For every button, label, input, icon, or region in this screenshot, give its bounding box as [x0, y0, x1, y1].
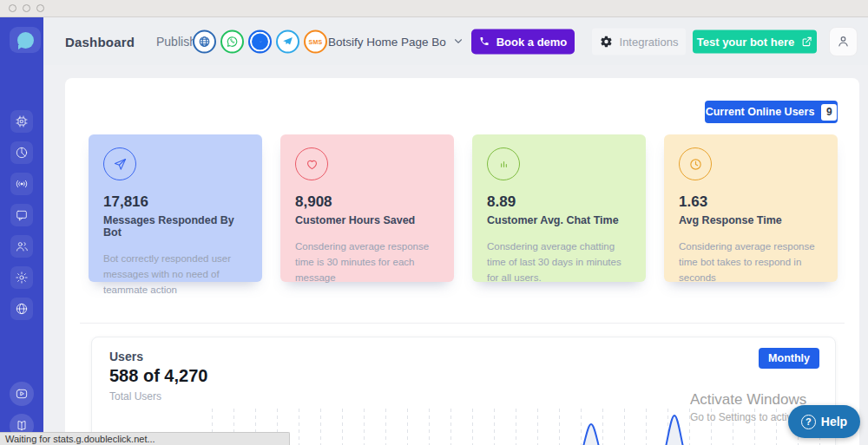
web-channel-icon[interactable] — [193, 29, 216, 53]
phone-icon — [479, 36, 490, 47]
sidebar-item-website[interactable] — [10, 298, 33, 320]
help-button[interactable]: ? Help — [788, 405, 860, 438]
chevron-down-icon — [452, 36, 464, 48]
stat-label: Messages Responded By Bot — [103, 214, 247, 239]
sidebar-item-analytics[interactable] — [10, 141, 33, 164]
broadcast-icon — [15, 177, 29, 191]
gear-icon — [15, 271, 29, 285]
sidebar-item-video-tutorials[interactable] — [10, 382, 34, 406]
docs-book-icon — [15, 419, 29, 433]
video-play-icon — [15, 387, 29, 401]
page-title: Dashboard — [65, 34, 135, 49]
window-title-bar — [0, 0, 868, 17]
window-minimize-button[interactable] — [23, 4, 30, 12]
users-subtitle: Total Users — [109, 390, 161, 402]
stat-description: Bot correctly responded user messages wi… — [103, 252, 247, 298]
online-users-count-badge: 9 — [821, 104, 837, 121]
gear-icon — [600, 35, 613, 48]
whatsapp-channel-icon[interactable] — [220, 29, 244, 53]
sidebar-item-livechat[interactable] — [10, 204, 33, 226]
users-count: 588 of 4,270 — [109, 366, 207, 386]
stat-card-avg-response-time: 1.63 Avg Response Time Considering avera… — [664, 134, 838, 282]
top-header: Dashboard Publish SMS Botsify Home Page … — [43, 17, 868, 65]
stat-value: 8.89 — [487, 193, 631, 211]
status-text: Waiting for stats.g.doubleclick.net... — [5, 434, 155, 444]
botsify-logo[interactable] — [10, 27, 41, 53]
stat-value: 1.63 — [679, 193, 823, 211]
stat-description: Consdering average response time is 30 m… — [295, 239, 439, 285]
stat-card-messages-responded: 17,816 Messages Responded By Bot Bot cor… — [89, 134, 262, 282]
stat-label: Customer Hours Saved — [295, 214, 439, 226]
user-account-button[interactable] — [829, 27, 858, 56]
sidebar-item-settings[interactable] — [10, 266, 33, 289]
integrations-button[interactable]: Integrations — [592, 28, 686, 55]
send-icon — [103, 147, 136, 180]
dashboard-panel: Current Online Users 9 17,816 Messages R… — [65, 78, 859, 445]
bot-chip-icon — [15, 115, 29, 128]
sidebar-item-broadcast[interactable] — [10, 173, 33, 195]
person-icon — [836, 34, 851, 49]
users-icon — [15, 239, 29, 253]
main-content: Current Online Users 9 17,816 Messages R… — [43, 65, 868, 445]
publish-label: Publish — [156, 35, 196, 49]
stat-card-hours-saved: 8,908 Customer Hours Saved Consdering av… — [280, 134, 454, 282]
messenger-channel-icon[interactable] — [248, 29, 272, 53]
section-divider — [80, 323, 845, 324]
users-section-title: Users — [109, 350, 143, 363]
bar-chart-icon — [487, 147, 520, 180]
stat-cards-row: 17,816 Messages Responded By Bot Bot cor… — [89, 134, 838, 282]
window-close-button[interactable] — [9, 4, 16, 12]
sidebar-item-chatbot[interactable] — [10, 110, 33, 133]
chat-icon — [15, 208, 29, 222]
publish-channels: SMS — [193, 29, 327, 53]
telegram-channel-icon[interactable] — [276, 29, 299, 53]
stat-description: Considering average response time bot ta… — [679, 239, 823, 285]
clock-icon — [679, 147, 712, 180]
stat-label: Customer Avg. Chat Time — [487, 214, 631, 226]
bot-selector-value: Botsify Home Page Bo — [328, 35, 446, 48]
sidebar-nav — [10, 110, 33, 320]
users-chart-card: Users 588 of 4,270 Total Users Monthly — [91, 337, 836, 445]
window-zoom-button[interactable] — [36, 4, 44, 12]
chat-bubble-logo-icon — [17, 32, 34, 49]
book-demo-button[interactable]: Book a demo — [471, 29, 575, 54]
question-mark-icon: ? — [801, 415, 816, 429]
browser-status-bar: Waiting for stats.g.doubleclick.net... — [0, 432, 290, 445]
external-link-icon — [801, 36, 812, 47]
stat-value: 8,908 — [295, 193, 439, 211]
pie-chart-icon — [15, 146, 29, 160]
sms-channel-icon[interactable]: SMS — [304, 29, 327, 53]
sidebar — [0, 17, 43, 445]
stat-label: Avg Response Time — [679, 214, 823, 226]
test-bot-button[interactable]: Test your bot here — [693, 29, 817, 53]
monthly-period-button[interactable]: Monthly — [759, 348, 819, 369]
sidebar-item-users[interactable] — [10, 235, 33, 258]
globe-icon — [15, 302, 29, 316]
stat-card-avg-chat-time: 8.89 Customer Avg. Chat Time Consdering … — [472, 134, 646, 282]
bot-selector-dropdown[interactable]: Botsify Home Page Bo — [328, 35, 464, 48]
stat-value: 17,816 — [103, 193, 247, 211]
current-online-users-button[interactable]: Current Online Users 9 — [705, 101, 838, 123]
stat-description: Consdering average chatting time of last… — [487, 239, 631, 285]
heart-icon — [295, 147, 328, 180]
